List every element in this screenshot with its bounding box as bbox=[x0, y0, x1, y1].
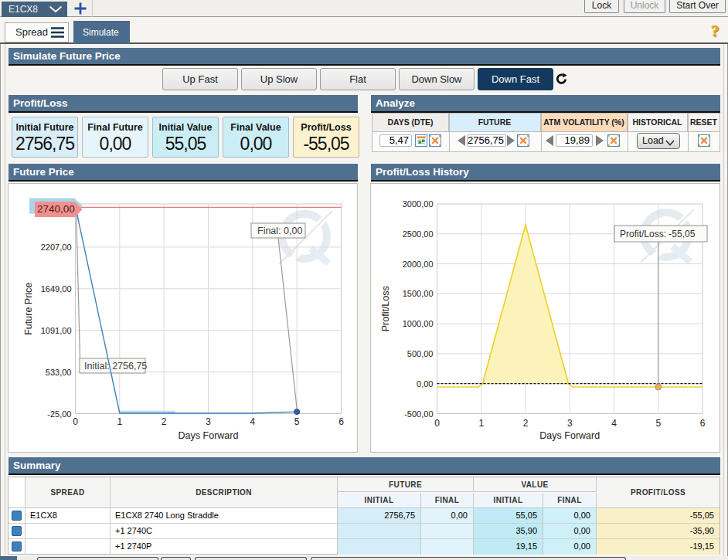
svg-text:Days Forward: Days Forward bbox=[539, 430, 600, 441]
svg-text:0,00: 0,00 bbox=[417, 379, 433, 389]
svg-text:Profit/Loss: -55,05: Profit/Loss: -55,05 bbox=[620, 229, 696, 239]
svg-text:500,00: 500,00 bbox=[407, 349, 434, 358]
svg-text:4: 4 bbox=[250, 416, 255, 427]
svg-text:-500,00: -500,00 bbox=[404, 409, 433, 419]
svg-text:3: 3 bbox=[206, 416, 211, 427]
svg-text:Future Price: Future Price bbox=[23, 283, 34, 335]
svg-text:-25,00: -25,00 bbox=[47, 409, 71, 419]
svg-text:1: 1 bbox=[117, 416, 122, 427]
svg-text:Final: 0,00: Final: 0,00 bbox=[257, 226, 302, 236]
svg-text:Days Forward: Days Forward bbox=[179, 430, 239, 441]
svg-text:4: 4 bbox=[611, 418, 617, 429]
svg-text:2207,00: 2207,00 bbox=[41, 243, 72, 252]
svg-text:3000,00: 3000,00 bbox=[403, 199, 434, 209]
svg-text:1000,00: 1000,00 bbox=[403, 319, 434, 328]
svg-text:5: 5 bbox=[294, 416, 300, 427]
svg-text:Initial: 2756,75: Initial: 2756,75 bbox=[84, 361, 147, 372]
svg-text:1649,00: 1649,00 bbox=[41, 284, 72, 294]
svg-text:2740,00: 2740,00 bbox=[37, 203, 75, 215]
svg-text:2: 2 bbox=[523, 418, 529, 429]
svg-text:2: 2 bbox=[162, 416, 167, 427]
svg-text:3: 3 bbox=[567, 418, 573, 429]
svg-text:1500,00: 1500,00 bbox=[403, 289, 434, 298]
svg-text:6: 6 bbox=[338, 416, 344, 427]
svg-text:6: 6 bbox=[700, 418, 706, 429]
svg-text:0: 0 bbox=[434, 418, 440, 429]
svg-text:0: 0 bbox=[73, 416, 78, 427]
svg-text:Profit/Loss: Profit/Loss bbox=[380, 286, 391, 331]
svg-text:1091,00: 1091,00 bbox=[41, 326, 72, 335]
svg-text:2500,00: 2500,00 bbox=[403, 229, 434, 239]
svg-text:2000,00: 2000,00 bbox=[403, 260, 434, 269]
svg-text:1: 1 bbox=[478, 418, 484, 429]
svg-text:533,00: 533,00 bbox=[46, 368, 72, 377]
svg-text:5: 5 bbox=[655, 418, 661, 429]
